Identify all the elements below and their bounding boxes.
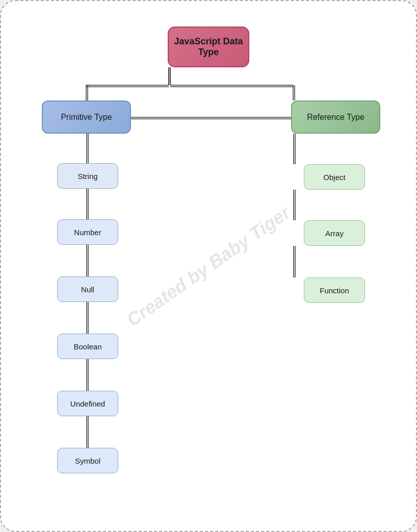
root-node: JavaScript Data Type bbox=[168, 27, 249, 67]
symbol-node: Symbol bbox=[57, 448, 118, 473]
number-node: Number bbox=[57, 219, 118, 245]
root-label: JavaScript Data Type bbox=[169, 36, 248, 58]
array-node: Array bbox=[304, 220, 365, 246]
primitive-type-node: Primitive Type bbox=[42, 100, 131, 134]
reference-type-label: Reference Type bbox=[307, 113, 364, 122]
number-label: Number bbox=[74, 228, 101, 237]
string-node: String bbox=[57, 163, 118, 189]
function-label: Function bbox=[320, 286, 349, 295]
string-label: String bbox=[77, 172, 97, 181]
symbol-label: Symbol bbox=[75, 457, 100, 465]
diagram-container: JavaScript Data Type Primitive Type Refe… bbox=[0, 0, 417, 532]
array-label: Array bbox=[325, 229, 344, 238]
object-node: Object bbox=[304, 164, 365, 190]
null-label: Null bbox=[81, 285, 94, 294]
reference-type-node: Reference Type bbox=[291, 100, 380, 134]
primitive-type-label: Primitive Type bbox=[61, 113, 112, 122]
null-node: Null bbox=[57, 276, 118, 302]
boolean-node: Boolean bbox=[57, 334, 118, 359]
undefined-node: Undefined bbox=[57, 391, 118, 416]
object-label: Object bbox=[323, 173, 345, 182]
boolean-label: Boolean bbox=[73, 342, 101, 351]
undefined-label: Undefined bbox=[70, 399, 105, 408]
function-node: Function bbox=[304, 277, 365, 303]
